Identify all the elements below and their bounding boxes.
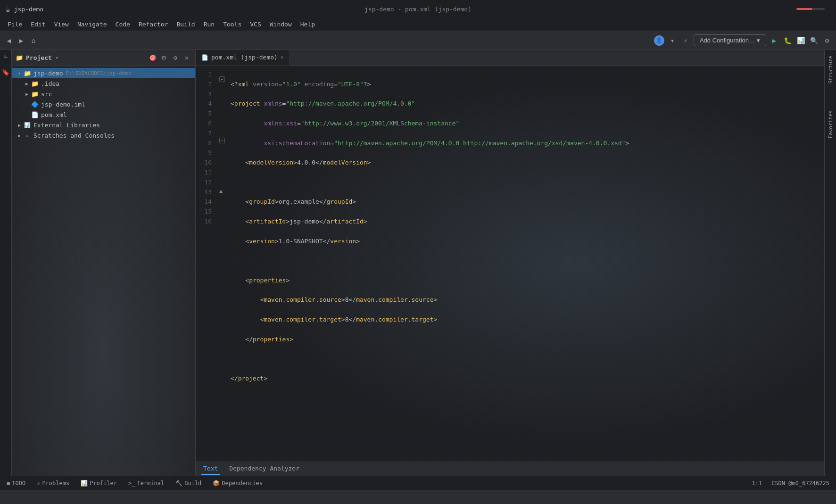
editor-gutter: − − ▲	[217, 66, 227, 462]
tree-settings-icon[interactable]: ⚙	[171, 53, 180, 63]
home-icon[interactable]: ⌂	[28, 35, 39, 46]
ext-libs-icon: 📊	[23, 121, 32, 129]
menu-refactor[interactable]: Refactor	[135, 19, 172, 29]
tree-item-ext-libs-label: External Libraries	[33, 122, 100, 129]
src-folder-icon: 📁	[31, 90, 39, 98]
bottom-tab-text[interactable]: Text	[201, 463, 220, 475]
fold-icon-2[interactable]: −	[219, 76, 225, 82]
status-build[interactable]: 🔨 Build	[173, 479, 204, 487]
tree-item-root-label: jsp-demo	[33, 70, 63, 77]
dependencies-icon: 📦	[213, 480, 220, 487]
terminal-icon: >_	[128, 480, 135, 487]
menu-navigate[interactable]: Navigate	[74, 19, 111, 29]
tree-item-iml-label: jsp-demo.iml	[41, 101, 85, 108]
profiler-label: Profiler	[90, 480, 117, 487]
toolbar: ◀ ▶ ⌂ 👤 ▾ ⚡ Add Configuration… ▾ ▶ 🐛 📊 🔍…	[0, 31, 836, 50]
settings-icon[interactable]: ⚙	[822, 35, 832, 46]
status-cursor[interactable]: 1:1	[749, 479, 765, 487]
back-icon[interactable]: ◀	[4, 35, 14, 46]
tree-item-root[interactable]: ▾ 📁 jsp-demo F:\IDEACODE1\jsp-demo	[12, 68, 195, 78]
tree-item-scratches[interactable]: ▶ ✏ Scratches and Consoles	[12, 130, 195, 140]
add-configuration-button[interactable]: Add Configuration… ▾	[694, 34, 766, 46]
tree-item-scratches-label: Scratches and Consoles	[33, 132, 115, 139]
sync-icon[interactable]: ⚡	[680, 35, 691, 46]
project-tab-icon[interactable]: P	[0, 52, 11, 62]
src-arrow: ▶	[23, 90, 31, 98]
tree-item-root-path: F:\IDEACODE1\jsp-demo	[66, 70, 132, 76]
status-bar: ≡ TODO ⚠ Problems 📊 Profiler >_ Terminal…	[0, 476, 836, 490]
debug-icon[interactable]: 🐛	[782, 35, 793, 46]
menu-vcs[interactable]: VCS	[246, 19, 265, 29]
add-config-label: Add Configuration…	[700, 37, 755, 44]
forward-icon[interactable]: ▶	[16, 35, 26, 46]
profile-icon[interactable]: 📊	[795, 35, 806, 46]
close-sidebar-icon[interactable]: ✕	[182, 53, 191, 63]
pom-file-icon: 📄	[31, 110, 39, 119]
status-problems[interactable]: ⚠ Problems	[34, 479, 72, 487]
run-icon[interactable]: ▶	[769, 35, 779, 46]
editor-content[interactable]: 1 2 3 4 5 6 7 8 9 10 11 12 13 14 15 16 −…	[196, 66, 824, 462]
tree-item-src[interactable]: ▶ 📁 src	[12, 89, 195, 99]
tree-item-external-libs[interactable]: ▶ 📊 External Libraries	[12, 120, 195, 130]
right-panel-strip: Structure Favorites	[824, 50, 836, 476]
progress-fill	[796, 8, 812, 10]
menu-tools[interactable]: Tools	[219, 19, 245, 29]
menu-code[interactable]: Code	[112, 19, 134, 29]
favorites-strip-label[interactable]: Favorites	[826, 107, 836, 142]
tree-item-idea[interactable]: ▶ 📁 .idea	[12, 78, 195, 89]
project-panel: 📁 Project ▾ 🎯 ⊟ ⚙ ✕ ▾ 📁 jsp-demo F:\IDEA…	[12, 50, 196, 476]
bookmarks-icon[interactable]: 🔖	[0, 67, 11, 77]
menu-view[interactable]: View	[50, 19, 73, 29]
editor-bottom-tabs: Text Dependency Analyzer	[196, 462, 824, 476]
status-terminal[interactable]: >_ Terminal	[125, 479, 167, 487]
ext-libs-arrow: ▶	[16, 121, 23, 129]
tab-close-icon[interactable]: ✕	[281, 54, 284, 60]
menu-help[interactable]: Help	[297, 19, 319, 29]
tree-item-idea-label: .idea	[41, 80, 59, 87]
sidebar-header: 📁 Project ▾ 🎯 ⊟ ⚙ ✕	[12, 50, 195, 66]
status-todo[interactable]: ≡ TODO	[4, 479, 28, 487]
iml-file-icon: 🔷	[31, 100, 39, 108]
tab-xml-icon: 📄	[201, 54, 208, 61]
bottom-tab-dependency-analyzer[interactable]: Dependency Analyzer	[227, 463, 301, 475]
status-profiler[interactable]: 📊 Profiler	[78, 479, 120, 487]
structure-strip-label[interactable]: Structure	[826, 52, 836, 88]
editor-tab-pom-label: pom.xml (jsp-demo)	[211, 54, 278, 61]
code-area: <?xml version="1.0" encoding="UTF-8"?> <…	[227, 66, 824, 462]
editor-tabs: 📄 pom.xml (jsp-demo) ✕	[196, 50, 824, 66]
user-avatar[interactable]: 👤	[654, 35, 664, 46]
title-bar: ☕ jsp-demo jsp-demo - pom.xml (jsp-demo)	[0, 0, 836, 18]
avatar-dropdown-icon[interactable]: ▾	[667, 35, 678, 46]
todo-icon: ≡	[7, 480, 10, 487]
tree-item-iml[interactable]: 🔷 jsp-demo.iml	[12, 99, 195, 109]
menu-window[interactable]: Window	[266, 19, 296, 29]
menu-file[interactable]: File	[4, 19, 26, 29]
sidebar-title: Project	[26, 54, 52, 61]
search-everywhere-icon[interactable]: 🔍	[809, 35, 819, 46]
locate-file-icon[interactable]: 🎯	[148, 53, 157, 63]
idea-folder-icon: 📁	[31, 79, 39, 88]
scratches-arrow: ▶	[16, 132, 23, 139]
add-config-arrow: ▾	[757, 37, 760, 44]
status-user[interactable]: CSDN @m0_67246225	[769, 479, 832, 487]
menu-edit[interactable]: Edit	[27, 19, 49, 29]
tree-item-pom[interactable]: 📄 pom.xml	[12, 109, 195, 120]
window-title: jsp-demo - pom.xml (jsp-demo)	[364, 6, 472, 13]
sidebar-dropdown-arrow[interactable]: ▾	[56, 55, 58, 60]
menu-run[interactable]: Run	[200, 19, 218, 29]
dependencies-label: Dependencies	[222, 480, 263, 487]
menu-build[interactable]: Build	[173, 19, 199, 29]
root-arrow: ▾	[16, 69, 23, 77]
problems-label: Problems	[42, 480, 69, 487]
sidebar-folder-icon: 📁	[16, 54, 23, 61]
todo-label: TODO	[12, 480, 25, 487]
status-dependencies[interactable]: 📦 Dependencies	[210, 479, 265, 487]
problems-icon: ⚠	[37, 480, 40, 487]
editor-panel: 📄 pom.xml (jsp-demo) ✕ 1 2 3 4 5 6 7 8 9…	[196, 50, 824, 476]
editor-tab-pom[interactable]: 📄 pom.xml (jsp-demo) ✕	[196, 50, 290, 66]
root-folder-icon: 📁	[23, 69, 32, 77]
build-icon: 🔨	[175, 480, 182, 487]
collapse-all-icon[interactable]: ⊟	[159, 53, 169, 63]
fold-icon-11[interactable]: −	[219, 138, 225, 143]
toolbar-right: 👤 ▾ ⚡ Add Configuration… ▾ ▶ 🐛 📊 🔍 ⚙	[654, 34, 832, 46]
